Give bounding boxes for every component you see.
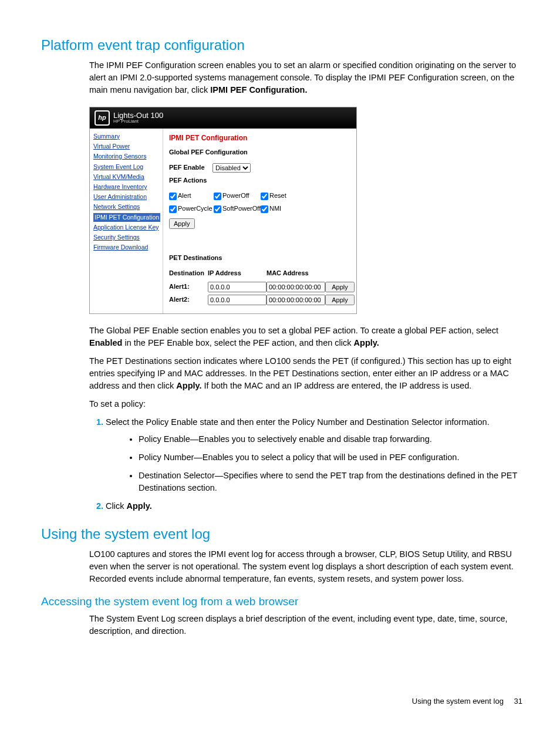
checkbox-input[interactable] xyxy=(169,193,177,200)
checkbox-input[interactable] xyxy=(214,193,221,200)
paragraph: To set a policy: xyxy=(89,398,525,410)
list-item: Destination Selector—Specifies where to … xyxy=(139,470,525,494)
panel-title: IPMI PET Configuration xyxy=(169,133,355,143)
pef-enable-row: PEF Enable Disabled xyxy=(169,163,355,173)
page-number: 31 xyxy=(514,697,522,706)
pef-action-checkbox[interactable]: Alert xyxy=(169,191,214,201)
list-item: Click Apply. xyxy=(106,500,525,512)
checkbox-label: PowerOff xyxy=(222,191,249,201)
checkbox-label: Reset xyxy=(269,191,286,201)
brand-sub: HP ProLiant xyxy=(113,119,163,124)
bold-text: Apply. xyxy=(354,338,379,347)
checkbox-label: NMI xyxy=(269,204,281,214)
checkbox-label: PowerCycle xyxy=(178,204,212,214)
text: The Global PEF Enable section enables yo… xyxy=(89,326,498,335)
checkbox-input[interactable] xyxy=(261,205,268,213)
nav-item[interactable]: Firmware Download xyxy=(93,243,160,252)
checkbox-input[interactable] xyxy=(214,205,221,213)
col-destination: Destination xyxy=(169,269,208,278)
pef-enable-label: PEF Enable xyxy=(169,163,212,173)
nav-item[interactable]: User Administration xyxy=(93,193,160,201)
section-global-pef: Global PEF Configuration xyxy=(169,148,355,157)
dest-row: Alert1:Apply xyxy=(169,282,355,292)
paragraph: The Global PEF Enable section enables yo… xyxy=(89,325,525,349)
section-pet-destinations: PET Destinations xyxy=(169,254,355,263)
bold-text: Apply. xyxy=(176,381,201,390)
section-heading-platform-event-trap: Platform event trap configuration xyxy=(41,35,525,56)
nav-item[interactable]: IPMI PET Configuration xyxy=(93,213,160,222)
nav-item[interactable]: Application License Key xyxy=(93,223,160,232)
pef-action-checkbox[interactable]: NMI xyxy=(261,204,296,214)
col-mac: MAC Address xyxy=(266,269,325,278)
subsection-heading-accessing-log: Accessing the system event log from a we… xyxy=(41,593,525,610)
apply-button-pef[interactable]: Apply xyxy=(169,218,195,229)
footer-text: Using the system event log xyxy=(412,697,504,706)
checkbox-input[interactable] xyxy=(169,205,177,213)
nav-item[interactable]: Security Settings xyxy=(93,233,160,242)
pef-action-checkbox[interactable]: PowerOff xyxy=(214,191,261,201)
ip-address-input[interactable] xyxy=(208,295,266,305)
nav-item[interactable]: Network Settings xyxy=(93,202,160,211)
nav-item[interactable]: System Event Log xyxy=(93,163,160,171)
list-item: Policy Enable—Enables you to selectively… xyxy=(139,433,525,445)
pef-actions-label: PEF Actions xyxy=(169,176,355,185)
text: Click xyxy=(106,501,126,511)
pef-action-checkbox[interactable]: SoftPowerOff xyxy=(214,204,261,214)
dest-row: Alert2:Apply xyxy=(169,295,355,305)
nav-item[interactable]: Summary xyxy=(93,132,160,141)
pet-destinations-table: Destination IP Address MAC Address Alert… xyxy=(169,269,355,305)
shot-nav: SummaryVirtual PowerMonitoring SensorsSy… xyxy=(90,129,163,313)
pef-enable-select[interactable]: Disabled xyxy=(212,163,251,173)
shot-header: hp Lights-Out 100 HP ProLiant xyxy=(90,107,356,129)
ip-address-input[interactable] xyxy=(208,282,266,292)
nav-item[interactable]: Virtual Power xyxy=(93,142,160,151)
nav-item[interactable]: Virtual KVM/Media xyxy=(93,173,160,181)
list-item: Select the Policy Enable state and then … xyxy=(106,416,525,494)
paragraph: The IPMI PEF Configuration screen enable… xyxy=(89,59,525,96)
product-brand: Lights-Out 100 HP ProLiant xyxy=(113,112,163,124)
hp-logo-icon: hp xyxy=(95,110,110,126)
page-footer: Using the system event log 31 xyxy=(41,696,525,707)
col-blank xyxy=(325,269,355,278)
checkbox-input[interactable] xyxy=(261,193,268,200)
text: in the PEF Enable box, select the PEF ac… xyxy=(124,338,353,347)
bold-text: Apply. xyxy=(126,501,151,511)
col-ip: IP Address xyxy=(208,269,266,278)
shot-main: IPMI PET Configuration Global PEF Config… xyxy=(163,129,360,313)
ipmi-pef-screenshot: hp Lights-Out 100 HP ProLiant SummaryVir… xyxy=(89,107,357,314)
pef-actions-grid: AlertPowerOffResetPowerCycleSoftPowerOff… xyxy=(169,191,355,214)
bold-text: IPMI PEF Configuration. xyxy=(210,85,307,94)
pef-action-checkbox[interactable]: PowerCycle xyxy=(169,204,214,214)
policy-steps-list: Select the Policy Enable state and then … xyxy=(89,416,525,512)
checkbox-label: Alert xyxy=(178,191,191,201)
apply-button-dest[interactable]: Apply xyxy=(325,295,355,305)
dest-table-header: Destination IP Address MAC Address xyxy=(169,269,355,278)
nav-item[interactable]: Monitoring Sensors xyxy=(93,152,160,161)
bold-text: Enabled xyxy=(89,338,122,347)
pef-action-checkbox[interactable]: Reset xyxy=(261,191,296,201)
checkbox-label: SoftPowerOff xyxy=(222,204,261,214)
text: If both the MAC and an IP address are en… xyxy=(204,381,472,390)
mac-address-input[interactable] xyxy=(266,295,325,305)
dest-label: Alert1: xyxy=(169,282,208,292)
sub-bullets: Policy Enable—Enables you to selectively… xyxy=(106,433,525,494)
section-heading-system-event-log: Using the system event log xyxy=(41,524,525,545)
nav-item[interactable]: Hardware Inventory xyxy=(93,183,160,191)
paragraph: The System Event Log screen displays a b… xyxy=(89,613,525,637)
dest-label: Alert2: xyxy=(169,295,208,305)
text: Select the Policy Enable state and then … xyxy=(106,417,490,427)
paragraph: LO100 captures and stores the IPMI event… xyxy=(89,548,525,585)
paragraph: The PET Destinations section indicates w… xyxy=(89,355,525,392)
list-item: Policy Number—Enables you to select a po… xyxy=(139,451,525,464)
mac-address-input[interactable] xyxy=(266,282,325,292)
apply-button-dest[interactable]: Apply xyxy=(325,282,355,292)
